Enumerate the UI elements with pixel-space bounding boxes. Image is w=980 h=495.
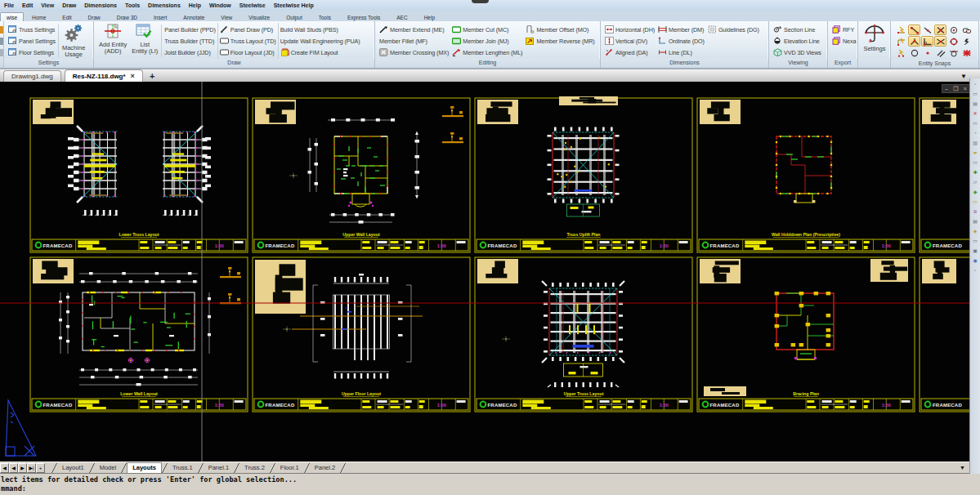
ribbon-button-ordinate-do-[interactable]: Ordinate (DO) (658, 35, 705, 47)
layout-tab-truss-2[interactable]: Truss.2 (239, 463, 270, 473)
menu-view[interactable]: View (37, 2, 58, 8)
ribbon-button-guidelines-dg-[interactable]: Guidelines (DG) (708, 24, 759, 35)
snap-toggle-tangent[interactable] (947, 47, 960, 58)
layout-tab-layouts[interactable]: Layouts (127, 462, 162, 473)
snap-toggle-parallel[interactable] (934, 47, 946, 58)
snap-toggle-midpoint[interactable] (921, 25, 933, 35)
snap-toggle-extension[interactable] (934, 36, 946, 47)
docked-toolbar-icon[interactable]: ▤ (971, 217, 980, 226)
docked-toolbar-icon[interactable]: ▥ (971, 139, 980, 148)
document-tab-res-nz-118-dwg-[interactable]: Res-NZ-118.dwg*× (65, 69, 143, 82)
layout-prev-button[interactable]: ◀ (9, 463, 18, 473)
ribbon-button-rfy[interactable]: RFY (832, 24, 856, 35)
mdi-minimize-button[interactable]: – (945, 85, 948, 92)
ribbon-tab-help[interactable]: Help (416, 13, 443, 22)
docked-toolbar-icon[interactable]: ≋ (971, 207, 980, 216)
snap-toggle-circle[interactable] (908, 47, 920, 58)
layout-tab-floor-1[interactable]: Floor.1 (275, 463, 304, 473)
ribbon-button-add-entity-add-[interactable]: Add Entity(ADD) (96, 23, 129, 59)
ribbon-button-section-line[interactable]: Section Line (773, 24, 821, 35)
ribbon-button-settings[interactable]: Settings (861, 23, 888, 59)
docked-toolbar-icon[interactable]: ▫ (971, 266, 980, 275)
snap-toggle-snap-track[interactable] (895, 36, 907, 47)
ribbon-tab-output[interactable]: Output (278, 13, 311, 22)
menu-tools[interactable]: Tools (121, 2, 144, 8)
snap-toggle-center[interactable] (947, 25, 960, 35)
ribbon-tab-draw[interactable]: Draw (80, 13, 109, 22)
ribbon-tab-aec[interactable]: AEC (388, 13, 415, 22)
menu-edit[interactable]: Edit (18, 2, 37, 8)
layout-tab-layout1[interactable]: Layout1 (57, 463, 89, 473)
ribbon-button-panel-draw-pd-[interactable]: Panel Draw (PD) (220, 24, 276, 35)
ribbon-tab-view[interactable]: View (213, 13, 240, 22)
snap-toggle-insertion[interactable] (960, 25, 973, 35)
docked-toolbar-icon[interactable]: ✕ (971, 109, 980, 118)
snap-toggle-intersection[interactable] (934, 25, 946, 35)
ribbon-button-member-fillet-mf-[interactable]: Member Fillet (MF) (379, 35, 449, 47)
docked-toolbar-icon[interactable]: ◆ (971, 188, 980, 197)
snap-toggle-apparent[interactable] (908, 36, 920, 47)
ribbon-button-line-dl-[interactable]: Line (DL) (658, 47, 705, 58)
ribbon-button-floor-settings[interactable]: Floor Settings (8, 47, 56, 58)
mdi-restore-button[interactable]: ❐ (953, 85, 958, 92)
snap-toggle-snap-none[interactable] (960, 47, 973, 58)
menu-window[interactable]: Window (205, 2, 235, 8)
layout-tab-overflow-icon[interactable]: ▼ (960, 465, 965, 470)
menu-dimensions-4[interactable]: Dimensions (80, 2, 121, 8)
snap-toggle-snap-temp[interactable] (895, 47, 907, 58)
menu-steelwise-help[interactable]: Steelwise Help (270, 2, 318, 8)
ribbon-button-truss-settings[interactable]: Truss Settings (8, 24, 56, 35)
cad-drawing-area[interactable]: Lower Truss LayoutFRAMECAD1:50Upper Wall… (0, 82, 980, 462)
ribbon-tab-draw-3d[interactable]: Draw 3D (109, 13, 145, 22)
docked-toolbar-icon[interactable]: ▫ (971, 80, 980, 89)
ribbon-button-vvd-3d-views[interactable]: VVD 3D Views (773, 47, 821, 58)
ribbon-button-create-fim-layout[interactable]: Create FIM Layout (280, 47, 360, 58)
ribbon-button-panel-settings[interactable]: Panel Settings (8, 35, 56, 47)
docked-toolbar-icon[interactable]: ▭ (971, 198, 980, 207)
ribbon-tab-express-tools[interactable]: Express Tools (339, 13, 388, 22)
ribbon-tab-wise[interactable]: wise (0, 12, 24, 21)
ribbon-button-list-entity-li-[interactable]: ListEntity (LI) (129, 23, 160, 59)
ribbon-button-member-crossing-mx-[interactable]: Member Crossing (MX) (379, 47, 449, 58)
ribbon-tab-edit[interactable]: Edit (54, 13, 79, 22)
docked-toolbar-icon[interactable]: ◔ (971, 129, 980, 138)
document-tab-drawing1-dwg[interactable]: Drawing1.dwg (3, 70, 61, 82)
menu-draw[interactable]: Draw (58, 2, 80, 8)
ribbon-button-build-wall-studs-pbs-[interactable]: Build Wall Studs (PBS) (280, 24, 360, 35)
ribbon-tab-visualize[interactable]: Visualize (240, 13, 278, 22)
layout-tab-truss-1[interactable]: Truss.1 (168, 463, 198, 473)
menu-file[interactable]: File (0, 2, 18, 8)
menu-help[interactable]: Help (185, 2, 205, 8)
docked-toolbar-icon[interactable]: ▭ (971, 90, 980, 99)
ribbon-button-member-cut-mc-[interactable]: Member Cut (MC) (452, 24, 522, 35)
command-line[interactable]: lect items for detailed check or press '… (0, 473, 980, 495)
menu-steelwise[interactable]: Steelwise (235, 2, 270, 8)
ribbon-tab-home[interactable]: Home (24, 13, 54, 22)
snap-toggle-endpoint[interactable] (908, 25, 920, 35)
menu-dimensions-6[interactable]: Dimensions (144, 2, 185, 8)
new-document-tab-button[interactable]: + (150, 70, 154, 82)
docked-toolbar-icon[interactable]: ✚ (971, 168, 980, 177)
ribbon-button-member-join-mj-[interactable]: Member Join (MJ) (452, 35, 522, 47)
ribbon-button-member-lengthen-ml-[interactable]: Member Lengthen (ML) (452, 47, 522, 58)
snap-toggle-node[interactable] (921, 47, 933, 58)
layout-tab-model[interactable]: Model (95, 463, 121, 473)
snap-toggle-nearest[interactable] (960, 36, 973, 47)
docked-toolbar-icon[interactable]: ▣ (971, 247, 980, 256)
snap-toggle-snap-from[interactable] (895, 25, 907, 35)
layout-tab-panel-1[interactable]: Panel.1 (204, 463, 234, 473)
ribbon-button-machine-usage[interactable]: MachineUsage (60, 23, 87, 59)
ribbon-button-elevation-line[interactable]: Elevation Line (773, 35, 821, 47)
ribbon-button-member-offset-mo-[interactable]: Member Offset (MO) (526, 24, 594, 35)
docked-toolbar-icon[interactable]: ▭ (971, 237, 980, 246)
ribbon-tab-tools[interactable]: Tools (311, 13, 339, 22)
docked-toolbar-icon[interactable]: ▱ (971, 178, 980, 187)
mdi-close-button[interactable]: × (964, 85, 967, 92)
layout-tab-panel-2[interactable]: Panel.2 (310, 463, 340, 473)
layout-first-button[interactable]: ◀ (0, 463, 9, 473)
layout-new-button[interactable]: + (36, 463, 45, 473)
ribbon-button-truss-builder-ttd-[interactable]: Truss Builder (TTD) (164, 35, 215, 47)
ribbon-button-horizontal-dh-[interactable]: Horizontal (DH) (605, 24, 655, 35)
ribbon-tab-annotate[interactable]: Annotate (175, 13, 213, 22)
ribbon-button-update-wall-engineering-pua-[interactable]: Update Wall Engineering (PUA) (280, 35, 360, 47)
